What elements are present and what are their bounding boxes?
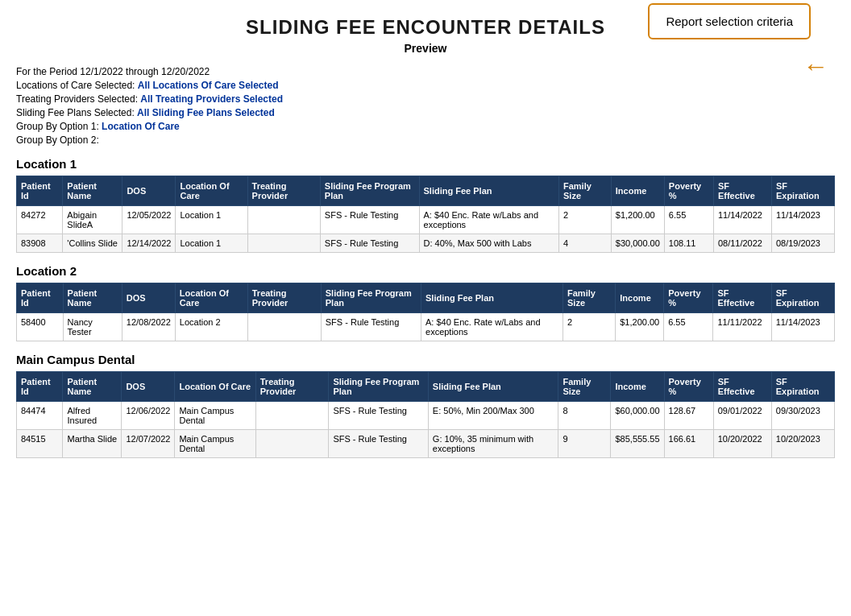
table-column-header: Treating Provider bbox=[255, 372, 329, 402]
table-column-header: Sliding Fee Plan bbox=[419, 176, 558, 206]
table-cell: 10/20/2023 bbox=[771, 430, 834, 458]
table-cell: 8 bbox=[558, 402, 611, 430]
table-column-header: Patient Id bbox=[17, 372, 63, 402]
table-column-header: SF Effective bbox=[713, 372, 771, 402]
table-cell: 12/05/2022 bbox=[122, 206, 176, 234]
table-cell bbox=[247, 234, 320, 253]
providers-line: Treating Providers Selected: All Treatin… bbox=[16, 93, 835, 105]
table-cell: Location 1 bbox=[176, 206, 247, 234]
table-cell: 83908 bbox=[17, 234, 63, 253]
table-cell: 08/19/2023 bbox=[771, 234, 834, 253]
table-column-header: Sliding Fee Plan bbox=[428, 372, 558, 402]
table-cell: 12/14/2022 bbox=[122, 234, 176, 253]
table-cell: SFS - Rule Testing bbox=[320, 206, 419, 234]
table-column-header: Location Of Care bbox=[175, 283, 247, 313]
table-cell: 166.61 bbox=[664, 430, 713, 458]
criteria-section: For the Period 12/1/2022 through 12/20/2… bbox=[16, 66, 835, 146]
table-cell: 9 bbox=[558, 430, 611, 458]
callout-container: ← Report selection criteria bbox=[803, 52, 835, 81]
table-column-header: Family Size bbox=[559, 176, 612, 206]
table-column-header: Income bbox=[616, 283, 664, 313]
table-column-header: Income bbox=[611, 372, 664, 402]
table-column-header: DOS bbox=[122, 283, 175, 313]
table-column-header: Treating Provider bbox=[247, 283, 321, 313]
location-title-2: Main Campus Dental bbox=[16, 353, 835, 366]
table-cell bbox=[255, 402, 329, 430]
group1-line: Group By Option 1: Location Of Care bbox=[16, 121, 835, 132]
table-cell: 2 bbox=[563, 313, 616, 341]
table-column-header: Poverty % bbox=[664, 283, 713, 313]
table-cell: Abigain SlideA bbox=[63, 206, 122, 234]
table-cell: SFS - Rule Testing bbox=[329, 402, 428, 430]
table-column-header: DOS bbox=[122, 176, 176, 206]
table-cell: Main Campus Dental bbox=[175, 402, 255, 430]
table-column-header: Patient Name bbox=[63, 372, 122, 402]
table-column-header: Sliding Fee Program Plan bbox=[329, 372, 428, 402]
table-cell: $1,200.00 bbox=[616, 313, 664, 341]
table-cell: 84474 bbox=[17, 402, 63, 430]
table-row: 84515Martha Slide12/07/2022Main Campus D… bbox=[17, 430, 835, 458]
table-column-header: SF Expiration bbox=[771, 283, 834, 313]
table-cell: SFS - Rule Testing bbox=[321, 313, 421, 341]
period-line: For the Period 12/1/2022 through 12/20/2… bbox=[16, 66, 835, 77]
table-column-header: Poverty % bbox=[664, 176, 713, 206]
table-cell: 108.11 bbox=[664, 234, 713, 253]
location-title-0: Location 1 bbox=[16, 157, 835, 171]
group2-line: Group By Option 2: bbox=[16, 134, 835, 146]
table-cell: D: 40%, Max 500 with Labs bbox=[419, 234, 558, 253]
table-cell: E: 50%, Min 200/Max 300 bbox=[428, 402, 558, 430]
table-cell bbox=[255, 430, 329, 458]
table-cell: 11/14/2022 bbox=[713, 206, 771, 234]
table-column-header: Income bbox=[611, 176, 664, 206]
table-cell: 84272 bbox=[17, 206, 63, 234]
table-cell: SFS - Rule Testing bbox=[320, 234, 419, 253]
table-column-header: Patient Id bbox=[17, 283, 64, 313]
table-column-header: Treating Provider bbox=[247, 176, 320, 206]
table-cell: 6.55 bbox=[664, 313, 713, 341]
table-cell: Location 1 bbox=[176, 234, 247, 253]
table-cell: 11/11/2022 bbox=[713, 313, 771, 341]
table-cell: $85,555.55 bbox=[611, 430, 664, 458]
table-cell: 12/06/2022 bbox=[122, 402, 175, 430]
table-row: 84272Abigain SlideA12/05/2022Location 1S… bbox=[17, 206, 835, 234]
table-cell: 09/30/2023 bbox=[771, 402, 834, 430]
table-column-header: Sliding Fee Plan bbox=[421, 283, 563, 313]
table-row: 84474Alfred Insured12/06/2022Main Campus… bbox=[17, 402, 835, 430]
table-cell: 84515 bbox=[17, 430, 63, 458]
tables-container: Location 1Patient IdPatient NameDOSLocat… bbox=[16, 157, 835, 458]
table-column-header: SF Effective bbox=[713, 176, 771, 206]
table-column-header: Sliding Fee Program Plan bbox=[321, 283, 421, 313]
table-cell: 2 bbox=[559, 206, 612, 234]
table-cell: $60,000.00 bbox=[611, 402, 664, 430]
table-column-header: DOS bbox=[122, 372, 175, 402]
location-table-2: Patient IdPatient NameDOSLocation Of Car… bbox=[16, 371, 835, 458]
table-column-header: Sliding Fee Program Plan bbox=[320, 176, 419, 206]
table-column-header: Location Of Care bbox=[176, 176, 247, 206]
table-column-header: Family Size bbox=[558, 372, 611, 402]
table-cell: 11/14/2023 bbox=[771, 206, 834, 234]
page-subtitle: Preview bbox=[16, 42, 835, 55]
location-title-1: Location 2 bbox=[16, 264, 835, 278]
table-cell: SFS - Rule Testing bbox=[329, 430, 428, 458]
table-cell: 'Collins Slide bbox=[63, 234, 122, 253]
location-table-0: Patient IdPatient NameDOSLocation Of Car… bbox=[16, 176, 835, 253]
table-row: 58400Nancy Tester12/08/2022Location 2SFS… bbox=[17, 313, 835, 341]
table-cell: 09/01/2022 bbox=[713, 402, 771, 430]
table-cell bbox=[247, 313, 321, 341]
table-column-header: Patient Id bbox=[17, 176, 63, 206]
plans-line: Sliding Fee Plans Selected: All Sliding … bbox=[16, 107, 835, 118]
table-cell: $30,000.00 bbox=[611, 234, 664, 253]
table-cell: G: 10%, 35 minimum with exceptions bbox=[428, 430, 558, 458]
table-column-header: Poverty % bbox=[664, 372, 713, 402]
table-column-header: SF Expiration bbox=[771, 176, 834, 206]
table-column-header: SF Expiration bbox=[771, 372, 834, 402]
table-column-header: Patient Name bbox=[63, 283, 122, 313]
callout-arrow-icon: ← bbox=[803, 52, 828, 81]
table-cell: Nancy Tester bbox=[63, 313, 122, 341]
table-cell: 12/08/2022 bbox=[122, 313, 175, 341]
location-table-1: Patient IdPatient NameDOSLocation Of Car… bbox=[16, 283, 835, 341]
table-column-header: Location Of Care bbox=[175, 372, 255, 402]
locations-line: Locations of Care Selected: All Location… bbox=[16, 80, 835, 91]
table-cell: Martha Slide bbox=[63, 430, 122, 458]
table-column-header: Patient Name bbox=[63, 176, 122, 206]
